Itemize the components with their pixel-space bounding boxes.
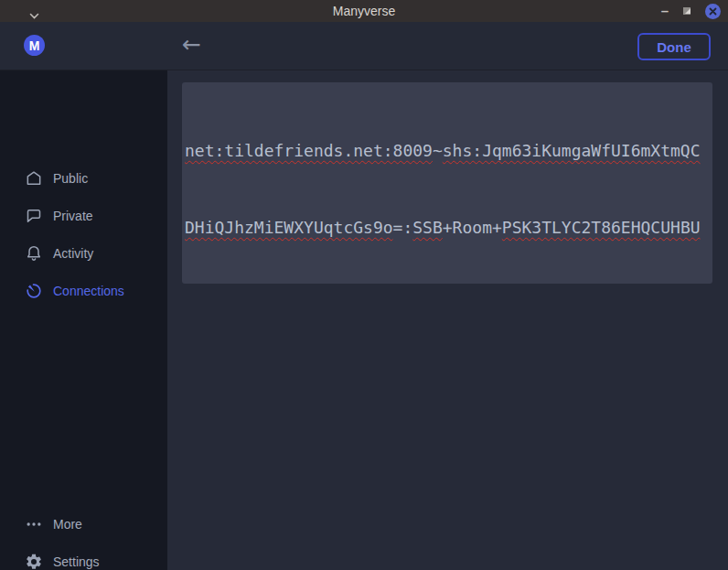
sidebar-item-label: More [53, 517, 82, 532]
sidebar: Public Private Activity Connections Mo [0, 70, 167, 570]
sidebar-item-connections[interactable]: Connections [0, 272, 167, 310]
manyverse-window: Manyverse – M ← Done Public Private [0, 0, 728, 570]
sidebar-item-label: Connections [53, 284, 124, 298]
back-arrow-icon[interactable]: ← [182, 31, 201, 59]
invite-code-segment: net:tildefriends.net:8009 [185, 141, 433, 160]
bell-icon [25, 244, 43, 263]
restore-button[interactable] [682, 6, 691, 16]
titlebar[interactable]: Manyverse – [0, 0, 728, 22]
minimize-button[interactable]: – [661, 0, 669, 22]
invite-code-segment: shs:Jqm63iKumgaWfUI6mXtmQC [443, 141, 701, 160]
sidebar-item-label: Activity [53, 246, 93, 261]
invite-code-segment: =: [393, 218, 413, 237]
done-button[interactable]: Done [637, 33, 711, 60]
window-title: Manyverse [0, 0, 728, 22]
invite-code-segment: SSB [412, 218, 443, 237]
close-button[interactable] [705, 4, 721, 19]
sidebar-item-private[interactable]: Private [0, 197, 167, 235]
invite-code-segment: DHiQJhzMiEWXYUqtcGs9o [185, 218, 393, 237]
invite-code-segment: +Room+ [443, 218, 502, 237]
sidebar-item-more[interactable]: More [0, 505, 167, 543]
sidebar-item-public[interactable]: Public [0, 159, 167, 198]
main-content: net:tildefriends.net:8009~shs:Jqm63iKumg… [167, 70, 728, 570]
window-controls: – [661, 0, 721, 22]
home-icon [25, 169, 43, 188]
manyverse-logo-icon: M [24, 35, 45, 56]
gear-icon [25, 553, 43, 570]
invite-code-segment: ~ [433, 141, 443, 160]
sidebar-item-label: Settings [53, 554, 100, 569]
app-top-bar: M ← Done [0, 22, 728, 70]
speech-bubble-icon [25, 207, 43, 225]
invite-code-input[interactable]: net:tildefriends.net:8009~shs:Jqm63iKumg… [182, 82, 712, 284]
sidebar-item-label: Private [53, 209, 93, 223]
sidebar-item-label: Public [53, 171, 88, 186]
connections-dial-icon [25, 282, 43, 300]
sidebar-item-settings[interactable]: Settings [0, 543, 167, 570]
invite-code-line: net:tildefriends.net:8009~shs:Jqm63iKumg… [185, 138, 710, 164]
invite-code-line: DHiQJhzMiEWXYUqtcGs9o=:SSB+Room+PSK3TLYC… [185, 215, 710, 241]
sidebar-item-activity[interactable]: Activity [0, 234, 167, 273]
invite-code-segment: PSK3TLYC2T86EHQCUHBU [502, 218, 701, 237]
ellipsis-icon [25, 515, 43, 533]
